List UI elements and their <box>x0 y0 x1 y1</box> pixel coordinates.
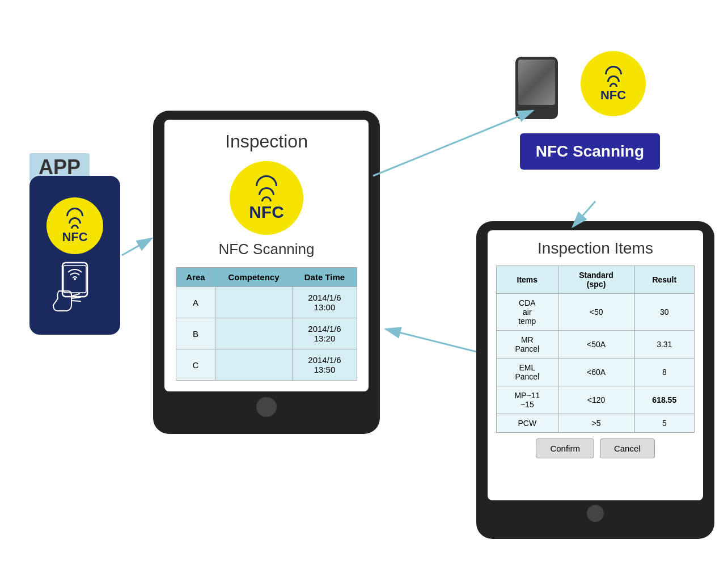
table-row: B2014/1/613:20 <box>176 318 357 349</box>
col-competency: Competency <box>215 268 292 287</box>
standard-cell: <50A <box>558 331 634 359</box>
items-cell: MRPancel <box>497 331 558 359</box>
competency-cell <box>215 287 292 318</box>
nfc-scanning-box: NFC Scanning <box>520 133 660 170</box>
middle-tablet-home-button[interactable] <box>256 397 277 417</box>
items-table: Items Standard(spc) Result CDAairtemp<50… <box>496 265 695 433</box>
table-row: A2014/1/613:00 <box>176 287 357 318</box>
table-row: CDAairtemp<5030 <box>497 294 695 331</box>
tr-arc1 <box>610 83 617 87</box>
svg-line-5 <box>71 301 81 301</box>
items-col-result: Result <box>634 266 694 294</box>
items-title: Inspection Items <box>537 239 653 258</box>
arc1 <box>71 225 79 229</box>
area-cell: B <box>176 318 215 349</box>
middle-nfc-text: NFC <box>249 204 284 221</box>
arrow-tablet-to-phone <box>373 111 533 176</box>
tr-arc2 <box>607 75 620 82</box>
tr-arc3 <box>605 66 622 74</box>
right-tablet-home-button[interactable] <box>587 505 604 522</box>
svg-point-2 <box>74 278 76 280</box>
datetime-cell: 2014/1/613:00 <box>292 287 357 318</box>
items-cell: MP~11~15 <box>497 386 558 414</box>
right-tablet: Inspection Items Items Standard(spc) Res… <box>476 221 714 539</box>
middle-tablet: Inspection NFC NFC Scanning Area Compete… <box>153 111 380 434</box>
top-right-nfc-circle: NFC <box>581 51 646 116</box>
arrow-right-tablet-to-middle <box>386 329 476 352</box>
app-nfc-text: NFC <box>62 231 87 243</box>
items-cell: PCW <box>497 414 558 433</box>
col-area: Area <box>176 268 215 287</box>
result-cell: 8 <box>634 359 694 386</box>
standard-cell: >5 <box>558 414 634 433</box>
table-row: C2014/1/613:50 <box>176 349 357 381</box>
result-cell: 618.55 <box>634 386 694 414</box>
items-col-items: Items <box>497 266 558 294</box>
small-phone-screen <box>518 60 555 105</box>
phone-hand-icon <box>46 260 103 314</box>
col-datetime: Date Time <box>292 268 357 287</box>
app-nfc-circle: NFC <box>46 197 103 254</box>
svg-line-3 <box>71 294 79 296</box>
standard-cell: <60A <box>558 359 634 386</box>
button-row: Confirm Cancel <box>536 438 654 458</box>
competency-cell <box>215 318 292 349</box>
standard-cell: <50 <box>558 294 634 331</box>
middle-nfc-scanning: NFC Scanning <box>218 241 314 258</box>
app-phone: NFC <box>29 176 120 335</box>
items-cell: CDAairtemp <box>497 294 558 331</box>
top-right-nfc-arcs <box>605 66 622 88</box>
table-row: EMLPancel<60A8 <box>497 359 695 386</box>
arrow-app-to-tablet <box>122 238 152 255</box>
svg-line-4 <box>71 297 81 298</box>
table-row: MRPancel<50A3.31 <box>497 331 695 359</box>
datetime-cell: 2014/1/613:50 <box>292 349 357 381</box>
competency-cell <box>215 349 292 381</box>
middle-tablet-screen: Inspection NFC NFC Scanning Area Compete… <box>164 120 369 391</box>
middle-nfc-circle: NFC <box>230 161 303 235</box>
arc-lg3 <box>256 175 277 186</box>
table-row: MP~11~15<120618.55 <box>497 386 695 414</box>
inspection-table: Area Competency Date Time A2014/1/613:00… <box>176 267 357 381</box>
items-col-standard: Standard(spc) <box>558 266 634 294</box>
arc2 <box>69 217 81 224</box>
confirm-button[interactable]: Confirm <box>536 438 594 458</box>
area-cell: C <box>176 349 215 381</box>
result-cell: 3.31 <box>634 331 694 359</box>
cancel-button[interactable]: Cancel <box>600 438 655 458</box>
middle-nfc-arcs <box>256 175 277 203</box>
top-right-nfc-text: NFC <box>600 89 626 102</box>
arc3 <box>66 208 83 216</box>
small-phone <box>515 57 558 119</box>
table-row: PCW>55 <box>497 414 695 433</box>
right-tablet-screen: Inspection Items Items Standard(spc) Res… <box>488 230 703 500</box>
area-cell: A <box>176 287 215 318</box>
arc-lg2 <box>259 187 274 195</box>
inspection-title: Inspection <box>225 131 308 152</box>
app-nfc-arcs <box>66 208 83 230</box>
standard-cell: <120 <box>558 386 634 414</box>
datetime-cell: 2014/1/613:20 <box>292 318 357 349</box>
result-cell: 5 <box>634 414 694 433</box>
items-cell: EMLPancel <box>497 359 558 386</box>
result-cell: 30 <box>634 294 694 331</box>
arc-lg1 <box>261 196 272 201</box>
